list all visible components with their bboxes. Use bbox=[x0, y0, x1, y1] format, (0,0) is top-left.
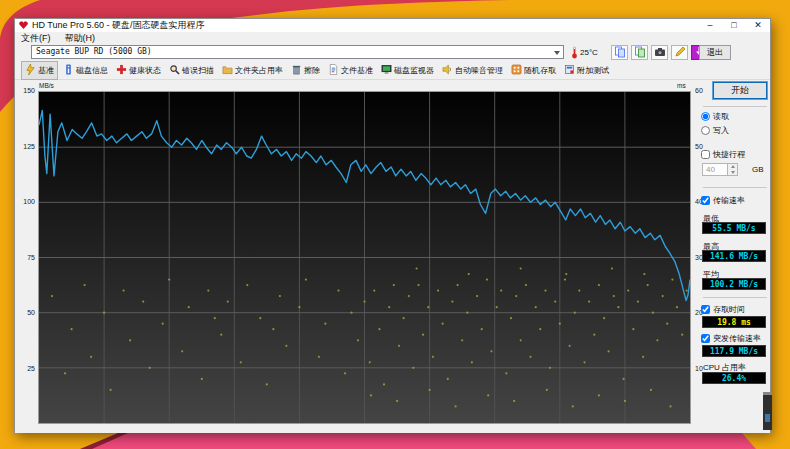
health-icon bbox=[116, 64, 129, 77]
thermometer-icon bbox=[571, 46, 578, 59]
aam-icon bbox=[442, 64, 455, 77]
screenshot-button[interactable] bbox=[651, 45, 668, 60]
transfer-rate-label: 传输速率 bbox=[713, 195, 745, 206]
max-value-readout: 141.6 MB/s bbox=[702, 250, 766, 262]
tab-random-access[interactable]: 随机存取 bbox=[508, 62, 559, 79]
left-axis-tick: 50 bbox=[15, 309, 35, 316]
menu-bar: 文件(F) 帮助(H) bbox=[15, 32, 770, 44]
tab-error-scan[interactable]: 错误扫描 bbox=[166, 62, 217, 79]
burst-rate-readout: 117.9 MB/s bbox=[702, 345, 766, 357]
camera-icon bbox=[654, 44, 666, 62]
read-radio-row[interactable]: 读取 bbox=[701, 111, 729, 122]
tab-aam[interactable]: 自动噪音管理 bbox=[439, 62, 506, 79]
short-stroke-size-row: GB bbox=[702, 163, 764, 176]
tab-label: 随机存取 bbox=[524, 65, 556, 76]
disk-info-icon bbox=[63, 64, 76, 77]
window-controls: – □ ✕ bbox=[698, 19, 770, 32]
benchmark-view: MB/s ms 150 125 100 75 50 25 60 50 40 30… bbox=[15, 80, 770, 433]
write-radio-row[interactable]: 写入 bbox=[701, 125, 729, 136]
extra-tests-icon bbox=[564, 64, 577, 77]
tab-folder-usage[interactable]: 文件夹占用率 bbox=[219, 62, 286, 79]
copy-image-button[interactable] bbox=[631, 45, 648, 60]
left-axis-tick: 75 bbox=[15, 254, 35, 261]
access-time-checkbox[interactable] bbox=[701, 305, 710, 314]
lightning-icon bbox=[25, 64, 38, 77]
copy-text-button[interactable] bbox=[611, 45, 628, 60]
tab-label: 磁盘监视器 bbox=[394, 65, 434, 76]
toolbar: Seagate BUP RD (5000 GB) 25°C 退出 bbox=[15, 44, 770, 61]
tab-label: 文件夹占用率 bbox=[235, 65, 283, 76]
chevron-down-icon bbox=[554, 51, 560, 55]
cpu-usage-readout: 26.4% bbox=[702, 372, 766, 384]
transfer-rate-row[interactable]: 传输速率 bbox=[701, 195, 745, 206]
tab-benchmark[interactable]: 基准 bbox=[21, 61, 58, 80]
edit-button[interactable] bbox=[671, 45, 688, 60]
window-title: HD Tune Pro 5.60 - 硬盘/固态硬盘实用程序 bbox=[32, 19, 205, 32]
tab-label: 擦除 bbox=[304, 65, 320, 76]
tab-label: 附加测试 bbox=[577, 65, 609, 76]
tab-label: 健康状态 bbox=[129, 65, 161, 76]
write-radio[interactable] bbox=[701, 126, 710, 135]
menu-help[interactable]: 帮助(H) bbox=[65, 32, 96, 45]
short-stroke-label: 快捷行程 bbox=[713, 149, 745, 160]
burst-rate-checkbox[interactable] bbox=[701, 334, 710, 343]
tab-health[interactable]: 健康状态 bbox=[113, 62, 164, 79]
close-button[interactable]: ✕ bbox=[746, 19, 770, 32]
edit-icon bbox=[674, 44, 686, 62]
tab-file-benchmark[interactable]: 文件基准 bbox=[325, 62, 376, 79]
benchmark-plot bbox=[38, 91, 691, 424]
menu-file[interactable]: 文件(F) bbox=[21, 32, 51, 45]
left-axis-tick: 25 bbox=[15, 365, 35, 372]
transfer-rate-checkbox[interactable] bbox=[701, 196, 710, 205]
access-time-label: 存取时间 bbox=[713, 304, 745, 315]
scan-icon bbox=[169, 64, 182, 77]
drive-select-value: Seagate BUP RD (5000 GB) bbox=[36, 47, 152, 56]
quantity-stepper[interactable] bbox=[728, 163, 738, 176]
exit-button[interactable]: 退出 bbox=[699, 45, 731, 60]
drive-select-dropdown[interactable]: Seagate BUP RD (5000 GB) bbox=[31, 45, 564, 59]
short-stroke-size-input[interactable] bbox=[702, 163, 728, 176]
read-radio[interactable] bbox=[701, 112, 710, 121]
tab-label: 文件基准 bbox=[341, 65, 373, 76]
random-access-icon bbox=[511, 64, 524, 77]
title-bar[interactable]: HD Tune Pro 5.60 - 硬盘/固态硬盘实用程序 – □ ✕ bbox=[15, 19, 770, 32]
tab-label: 错误扫描 bbox=[182, 65, 214, 76]
benchmark-control-panel: 开始 读取 写入 快捷行程 bbox=[699, 80, 769, 433]
file-benchmark-icon bbox=[328, 64, 341, 77]
folder-icon bbox=[222, 64, 235, 77]
toolbar-buttons bbox=[611, 45, 711, 60]
separator bbox=[703, 187, 767, 188]
min-value-readout: 55.5 MB/s bbox=[702, 222, 766, 234]
access-time-row[interactable]: 存取时间 bbox=[701, 304, 745, 315]
left-axis-tick: 150 bbox=[15, 87, 35, 94]
write-radio-label: 写入 bbox=[713, 125, 729, 136]
tab-erase[interactable]: 擦除 bbox=[288, 62, 323, 79]
start-button[interactable]: 开始 bbox=[713, 82, 767, 99]
access-time-readout: 19.8 ms bbox=[702, 316, 766, 328]
right-axis-unit: ms bbox=[677, 82, 686, 89]
copy-color-icon bbox=[634, 44, 646, 62]
short-stroke-checkbox[interactable] bbox=[701, 150, 710, 159]
left-axis-unit: MB/s bbox=[39, 82, 54, 89]
short-stroke-row[interactable]: 快捷行程 bbox=[701, 149, 745, 160]
separator bbox=[703, 297, 767, 298]
temperature-value: 25°C bbox=[580, 48, 598, 57]
tab-extra-tests[interactable]: 附加测试 bbox=[561, 62, 612, 79]
short-stroke-unit: GB bbox=[752, 165, 764, 174]
read-radio-label: 读取 bbox=[713, 111, 729, 122]
left-axis-tick: 125 bbox=[15, 143, 35, 150]
burst-rate-row[interactable]: 突发传输速率 bbox=[701, 333, 761, 344]
tab-label: 自动噪音管理 bbox=[455, 65, 503, 76]
tab-disk-monitor[interactable]: 磁盘监视器 bbox=[378, 62, 437, 79]
burst-rate-label: 突发传输速率 bbox=[713, 333, 761, 344]
maximize-button[interactable]: □ bbox=[722, 19, 746, 32]
temperature-readout: 25°C bbox=[571, 45, 598, 59]
copy-icon bbox=[614, 44, 626, 62]
tab-disk-info[interactable]: 磁盘信息 bbox=[60, 62, 111, 79]
separator bbox=[703, 106, 767, 107]
minimize-button[interactable]: – bbox=[698, 19, 722, 32]
stepper-down-icon[interactable] bbox=[728, 170, 737, 176]
monitor-icon bbox=[381, 64, 394, 77]
tab-bar: 基准磁盘信息健康状态错误扫描文件夹占用率擦除文件基准磁盘监视器自动噪音管理随机存… bbox=[15, 61, 770, 80]
tab-label: 磁盘信息 bbox=[76, 65, 108, 76]
